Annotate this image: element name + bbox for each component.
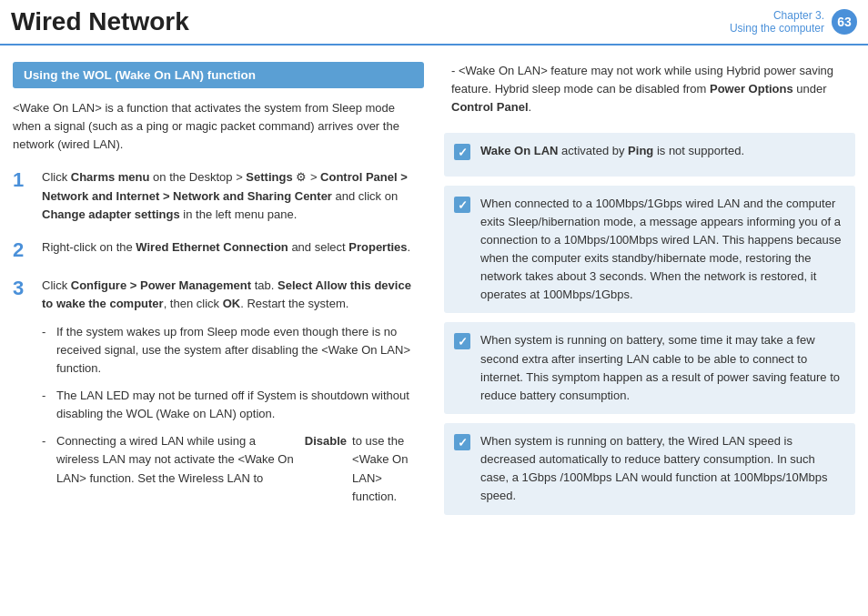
bullet-1: If the system wakes up from Sleep mode e… <box>42 323 424 378</box>
step-2-number: 2 <box>13 238 33 262</box>
intro-text: <Wake On LAN> is a function that activat… <box>13 99 424 154</box>
right-top-note: <Wake On LAN> feature may not work while… <box>444 62 855 116</box>
svg-text:✓: ✓ <box>458 436 468 449</box>
svg-text:✓: ✓ <box>458 146 468 159</box>
step-1: 1 Click Charms menu on the Desktop > Set… <box>13 168 424 223</box>
info-icon-3: ✓ <box>453 332 473 356</box>
svg-text:✓: ✓ <box>458 198 468 212</box>
main-content: Using the WOL (Wake On LAN) function <Wa… <box>0 45 868 542</box>
info-box-2-text: When connected to a 100Mbps/1Gbps wired … <box>480 195 844 305</box>
step-3-content: Click Configure > Power Management tab. … <box>42 277 424 515</box>
info-icon-1: ✓ <box>453 143 473 167</box>
chapter-label: Chapter 3. Using the computer <box>730 9 824 35</box>
step-1-number: 1 <box>13 168 33 192</box>
step-1-content: Click Charms menu on the Desktop > Setti… <box>42 168 424 223</box>
chapter-info: Chapter 3. Using the computer 63 <box>730 9 857 35</box>
svg-text:✓: ✓ <box>458 335 468 348</box>
info-icon-4: ✓ <box>453 433 473 457</box>
page-number: 63 <box>832 9 857 35</box>
step-2: 2 Right-click on the Wired Ethernet Conn… <box>13 238 424 262</box>
info-box-1-text: Wake On LAN activated by Ping is not sup… <box>480 142 744 160</box>
page-header: Wired Network Chapter 3. Using the compu… <box>0 0 868 45</box>
bullet-2: The LAN LED may not be turned off if Sys… <box>42 387 424 423</box>
right-column: <Wake On LAN> feature may not work while… <box>440 62 855 530</box>
section-heading: Using the WOL (Wake On LAN) function <box>13 62 424 88</box>
left-column: Using the WOL (Wake On LAN) function <Wa… <box>13 62 440 530</box>
info-box-2: ✓ When connected to a 100Mbps/1Gbps wire… <box>444 186 855 314</box>
info-box-3-text: When system is running on battery, some … <box>480 331 844 405</box>
page-title: Wired Network <box>11 7 189 36</box>
step-3-number: 3 <box>13 277 33 300</box>
info-box-3: ✓ When system is running on battery, som… <box>444 322 855 414</box>
info-box-1: ✓ Wake On LAN activated by Ping is not s… <box>444 133 855 176</box>
step-2-content: Right-click on the Wired Ethernet Connec… <box>42 238 410 257</box>
info-box-4-text: When system is running on battery, the W… <box>480 432 844 506</box>
step-3: 3 Click Configure > Power Management tab… <box>13 277 424 515</box>
info-box-4: ✓ When system is running on battery, the… <box>444 423 855 515</box>
info-icon-2: ✓ <box>453 196 473 219</box>
bullet-3: Connecting a wired LAN while using a wir… <box>42 432 424 506</box>
step-3-bullets: If the system wakes up from Sleep mode e… <box>42 323 424 506</box>
